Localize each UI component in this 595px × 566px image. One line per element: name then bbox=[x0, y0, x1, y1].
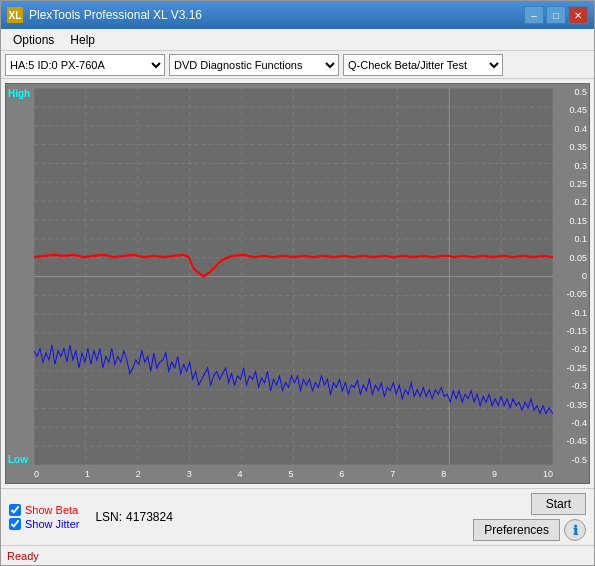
menu-help[interactable]: Help bbox=[62, 31, 103, 49]
axis-label-2: 0.4 bbox=[555, 125, 587, 134]
start-button[interactable]: Start bbox=[531, 493, 586, 515]
x-label-7: 7 bbox=[390, 469, 395, 479]
function-select[interactable]: DVD Diagnostic Functions bbox=[169, 54, 339, 76]
axis-label-12: -0.1 bbox=[555, 309, 587, 318]
axis-label-18: -0.4 bbox=[555, 419, 587, 428]
info-button[interactable]: ℹ bbox=[564, 519, 586, 541]
show-jitter-label: Show Jitter bbox=[25, 518, 79, 530]
bottom-row1: Show Beta Show Jitter LSN: 4173824 Start… bbox=[9, 493, 586, 541]
chart-x-axis: 0 1 2 3 4 5 6 7 8 9 10 bbox=[34, 465, 553, 483]
axis-label-10: 0 bbox=[555, 272, 587, 281]
menu-bar: Options Help bbox=[1, 29, 594, 51]
x-label-8: 8 bbox=[441, 469, 446, 479]
axis-label-13: -0.15 bbox=[555, 327, 587, 336]
x-label-4: 4 bbox=[238, 469, 243, 479]
x-label-6: 6 bbox=[339, 469, 344, 479]
x-label-2: 2 bbox=[136, 469, 141, 479]
title-bar: XL PlexTools Professional XL V3.16 – □ ✕ bbox=[1, 1, 594, 29]
axis-label-11: -0.05 bbox=[555, 290, 587, 299]
chart-y-high-label: High bbox=[8, 88, 30, 99]
window-controls: – □ ✕ bbox=[524, 6, 588, 24]
axis-label-7: 0.15 bbox=[555, 217, 587, 226]
axis-label-6: 0.2 bbox=[555, 198, 587, 207]
chart-area: High Low 0.5 0.45 0.4 0.35 0.3 0.25 0.2 … bbox=[5, 83, 590, 484]
axis-label-16: -0.3 bbox=[555, 382, 587, 391]
x-label-10: 10 bbox=[543, 469, 553, 479]
axis-label-3: 0.35 bbox=[555, 143, 587, 152]
main-window: XL PlexTools Professional XL V3.16 – □ ✕… bbox=[0, 0, 595, 566]
axis-label-19: -0.45 bbox=[555, 437, 587, 446]
window-title: PlexTools Professional XL V3.16 bbox=[29, 8, 202, 22]
show-beta-row: Show Beta bbox=[9, 504, 79, 516]
app-icon: XL bbox=[7, 7, 23, 23]
x-label-9: 9 bbox=[492, 469, 497, 479]
chart-plot bbox=[34, 88, 553, 465]
show-jitter-row: Show Jitter bbox=[9, 518, 79, 530]
chart-right-axis: 0.5 0.45 0.4 0.35 0.3 0.25 0.2 0.15 0.1 … bbox=[553, 88, 589, 465]
axis-label-17: -0.35 bbox=[555, 401, 587, 410]
menu-options[interactable]: Options bbox=[5, 31, 62, 49]
axis-label-8: 0.1 bbox=[555, 235, 587, 244]
x-label-5: 5 bbox=[288, 469, 293, 479]
title-bar-left: XL PlexTools Professional XL V3.16 bbox=[7, 7, 202, 23]
lsn-section: LSN: 4173824 bbox=[95, 510, 172, 524]
show-jitter-checkbox[interactable] bbox=[9, 518, 21, 530]
show-beta-label: Show Beta bbox=[25, 504, 78, 516]
bottom-controls: Show Beta Show Jitter LSN: 4173824 Start… bbox=[1, 488, 594, 545]
drive-select[interactable]: HA:5 ID:0 PX-760A bbox=[5, 54, 165, 76]
checkbox-group: Show Beta Show Jitter bbox=[9, 504, 79, 530]
chart-svg bbox=[34, 88, 553, 465]
lsn-value: 4173824 bbox=[126, 510, 173, 524]
chart-y-low-label: Low bbox=[8, 454, 28, 465]
axis-label-14: -0.2 bbox=[555, 345, 587, 354]
test-select[interactable]: Q-Check Beta/Jitter Test bbox=[343, 54, 503, 76]
show-beta-checkbox[interactable] bbox=[9, 504, 21, 516]
axis-label-4: 0.3 bbox=[555, 162, 587, 171]
axis-label-1: 0.45 bbox=[555, 106, 587, 115]
x-label-1: 1 bbox=[85, 469, 90, 479]
maximize-button[interactable]: □ bbox=[546, 6, 566, 24]
x-label-3: 3 bbox=[187, 469, 192, 479]
status-text: Ready bbox=[7, 550, 39, 562]
axis-label-0: 0.5 bbox=[555, 88, 587, 97]
axis-label-9: 0.05 bbox=[555, 254, 587, 263]
axis-label-20: -0.5 bbox=[555, 456, 587, 465]
status-bar: Ready bbox=[1, 545, 594, 565]
preferences-button[interactable]: Preferences bbox=[473, 519, 560, 541]
axis-label-15: -0.25 bbox=[555, 364, 587, 373]
minimize-button[interactable]: – bbox=[524, 6, 544, 24]
lsn-label: LSN: bbox=[95, 510, 122, 524]
axis-label-5: 0.25 bbox=[555, 180, 587, 189]
x-label-0: 0 bbox=[34, 469, 39, 479]
toolbar: HA:5 ID:0 PX-760A DVD Diagnostic Functio… bbox=[1, 51, 594, 79]
close-button[interactable]: ✕ bbox=[568, 6, 588, 24]
